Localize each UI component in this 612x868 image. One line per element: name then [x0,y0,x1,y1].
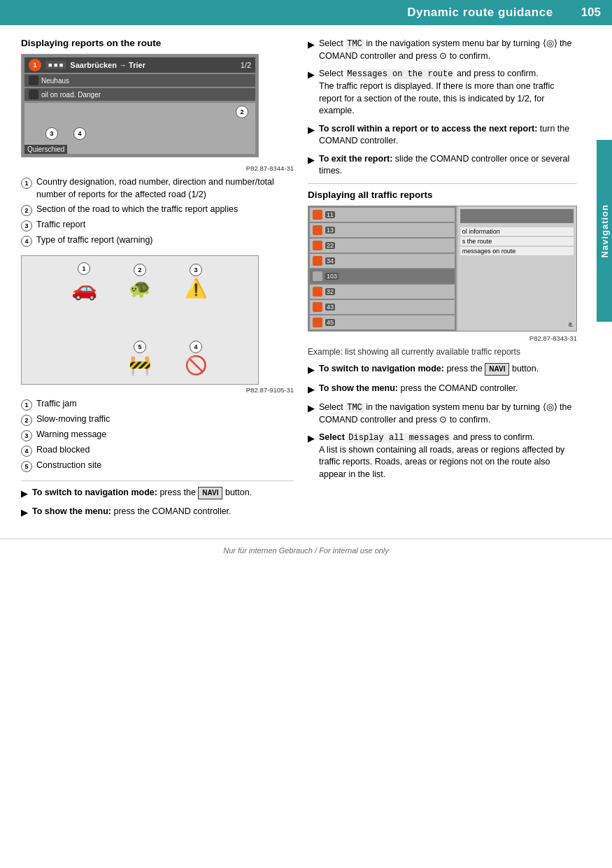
list-text-l2-1: Traffic jam [36,398,77,411]
navi-button-2: NAVI [485,363,509,376]
map-num-4: 4 [73,127,86,140]
bullet-arrow-r2: ▶ [308,69,315,81]
bullet-r3-bold: To scroll within a report or to access t… [319,124,537,134]
info-row-2: s the route [460,237,574,246]
list-text-l2-3: Warning message [36,429,106,441]
divider-1 [21,481,294,481]
list-text-l2-2: Slow-moving traffic [36,413,110,426]
list-text-1: Country designation, road number, direct… [36,176,294,201]
tl-icon-3 [313,241,322,250]
bullet-text-r1: Select TMC in the navigation system menu… [319,38,577,62]
route-item-label-1: Neuhaus [41,77,69,85]
list-item: 1 Country designation, road number, dire… [21,176,294,201]
bullet-r2-bold: Select [319,69,343,78]
bullet-text-1: To switch to navigation mode: press the … [32,487,294,499]
page-title: Dynamic route guidance [407,6,553,20]
bullet1-rest: press the [159,488,195,497]
route-item-icon-2 [29,90,38,99]
traffic-row-4: 34 [310,254,455,268]
route-item-icon-1 [29,76,38,85]
route-screenshot: 1 ■ ■ ■ Saarbrücken → Trier 1/2 Neuhaus … [21,54,259,157]
list-text-3: Traffic report [36,219,85,232]
bullet-r5-rest: press the [446,364,482,373]
bullet-exit-report: ▶ To exit the report: slide the COMAND c… [308,153,577,178]
bullet-r8-extra: A list is shown containing all roads, ar… [319,445,564,479]
list-item: 4 Type of traffic report (warning) [21,234,294,247]
route-item-1: Neuhaus [24,74,255,87]
bullet-scroll-report: ▶ To scroll within a report or to access… [308,123,577,148]
list-item: 3 Warning message [21,429,294,441]
bullet-r2-extra: The traffic report is displayed. If ther… [319,81,555,115]
bullet-r4-bold: To exit the report: [319,154,392,164]
road-blocked-icon: 🚫 [185,355,207,376]
page-number: 105 [581,6,601,20]
list-item: 1 Traffic jam [21,398,294,411]
icon-badge-2: 2 [134,264,146,276]
bullet1-end: button. [225,488,252,497]
traffic-icon-5: 5 🚧 [129,341,151,376]
bullet-r8-bold: Select [319,432,345,442]
bullet-arrow-r3: ▶ [308,124,315,136]
bullet-text-r5: To switch to navigation mode: press the … [319,363,577,376]
nav-tab: Navigation [597,140,612,322]
bullet-arrow-r7: ▶ [308,402,315,415]
bullet-text-r8: Select Display all messages and press to… [319,432,577,481]
bullet-arrow-r8: ▶ [308,432,315,445]
traffic-icon-1: 1 🚗 [71,262,97,301]
traffic-all-caption: Example: list showing all currently avai… [308,346,577,358]
bullet-select-tmc-1: ▶ Select TMC in the navigation system me… [308,38,577,62]
tl-icon-5 [313,271,322,281]
tl-icon-2 [313,225,322,235]
num-circle-2: 2 [21,205,32,216]
right-column: ▶ Select TMC in the navigation system me… [308,38,591,525]
num-circle-l2-2: 2 [21,415,32,426]
traffic-list-panel: 11 13 22 34 103 [308,206,456,331]
tl-num-2: 13 [325,227,335,234]
slow-traffic-icon: 🐢 [129,278,151,299]
bullet-arrow-1: ▶ [21,488,28,500]
bullet-messages-route: ▶ Select Messages on the route and press… [308,68,577,117]
bullet-text-r4: To exit the report: slide the COMAND con… [319,153,577,178]
footer-text: Nur für internen Gebrauch / For internal… [223,546,389,555]
route-map-area: 2 3 4 Quierschied [24,103,255,154]
bullet-r2-rest: and press to confirm. [457,69,539,78]
confirm-symbol-1: ⊙ [439,51,447,61]
info-row-3: messages on route [460,247,574,255]
list-text-4: Type of traffic report (warning) [36,234,153,247]
tl-num-6: 32 [325,288,335,295]
bullet-arrow-r1: ▶ [308,38,315,51]
icon-badge-1: 1 [78,262,90,275]
bullet-r6-rest: press the COMAND controller. [400,383,518,393]
bullet-arrow-r6: ▶ [308,383,315,396]
tl-num-7: 43 [325,304,335,311]
bullet2-bold: To show the menu: [32,506,111,516]
tl-num-8: 45 [325,319,335,326]
num-circle-l2-3: 3 [21,430,32,441]
header-bar: Dynamic route guidance 105 [0,0,612,25]
icon-badge-3: 3 [190,264,202,276]
list-text-2: Section of the road to which the traffic… [36,204,238,216]
traffic-icon-2: 2 🐢 [129,264,151,299]
tl-icon-7 [313,302,322,312]
traffic-jam-icon: 🚗 [71,276,97,301]
all-traffic-screenshot: 11 13 22 34 103 [308,206,577,332]
traffic-row-3: 22 [310,239,455,252]
bullet-text-2: To show the menu: press the COMAND contr… [32,506,294,518]
num-circle-4: 4 [21,236,32,247]
tl-num-3: 22 [325,242,335,249]
route-destination: Saarbrücken → Trier [70,61,145,69]
divider-r1 [308,183,577,184]
list-text-l2-5: Construction site [36,460,101,472]
bullet-arrow-r5: ▶ [308,364,315,376]
bullet-r6-bold: To show the menu: [319,383,398,393]
bullet-text-r6: To show the menu: press the COMAND contr… [319,383,577,395]
bullet-select-tmc-2: ▶ Select TMC in the navigation system me… [308,401,577,426]
bullet1-bold: To switch to navigation mode: [32,488,157,497]
bullet-r8-rest: and press to confirm. [453,432,535,442]
tl-icon-6 [313,287,322,297]
num-circle-l2-4: 4 [21,446,32,457]
section2-heading: Displaying all traffic reports [308,190,577,200]
route-num-1: 1 [29,59,41,71]
bullet-nav-mode-2: ▶ To switch to navigation mode: press th… [308,363,577,376]
num-circle-l2-5: 5 [21,461,32,472]
